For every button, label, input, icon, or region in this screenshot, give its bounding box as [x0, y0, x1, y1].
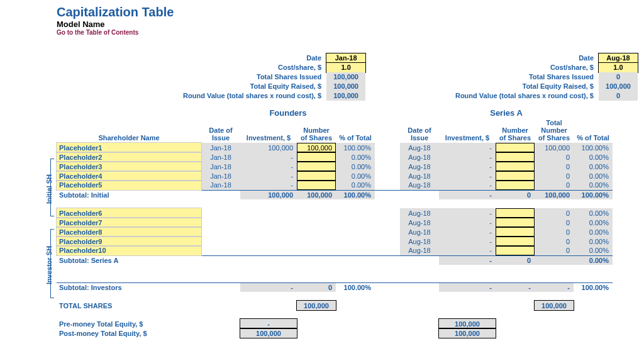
stat-label-date: Date — [391, 53, 599, 63]
shareholder-name-input[interactable]: Placeholder5 — [57, 181, 201, 190]
pre-money-f: - — [240, 319, 297, 328]
col-a-inv: Investment, $ — [439, 118, 496, 143]
stat-label-cost: Cost/share, $ — [391, 63, 599, 72]
stat-label-date: Date — [57, 53, 326, 63]
column-head-row: Shareholder Name Date of Issue Investmen… — [57, 118, 613, 143]
subtotal-a-inv: - — [439, 190, 496, 199]
f-date: Jan-18 — [201, 143, 240, 152]
si-f-num: 0 — [297, 282, 336, 292]
a-date: Aug-18 — [400, 162, 439, 171]
col-f-date: Date of Issue — [201, 118, 240, 143]
a-date: Aug-18 — [400, 227, 439, 237]
stat-label-shares: Total Shares Issued — [57, 72, 326, 82]
seriesa-cost-input[interactable]: 1.0 — [599, 63, 638, 72]
f-inv: - — [240, 171, 297, 181]
f-num-input[interactable] — [297, 162, 336, 171]
subtotal-a-num: 0 — [496, 190, 535, 199]
page-title: Capitalization Table — [57, 5, 638, 20]
si-a-inv: - — [439, 282, 496, 292]
shareholder-name-input[interactable]: Placeholder6 — [57, 208, 201, 218]
shareholder-name-input[interactable]: Placeholder7 — [57, 218, 201, 227]
cap-table: Founders Series A Shareholder Name Date … — [57, 108, 613, 338]
subtotal-initial-row: Subtotal: Initial 100,000 100,000 100.00… — [57, 190, 613, 199]
a-pct: 0.00% — [574, 152, 613, 162]
f-date: Jan-18 — [201, 162, 240, 171]
a-tnum: 0 — [535, 181, 574, 190]
a-num-input[interactable] — [496, 171, 535, 181]
founders-stats: DateJan-18 Cost/share, $1.0 Total Shares… — [57, 53, 365, 101]
a-num-input[interactable] — [496, 237, 535, 246]
subtotal-seriesa-row: Subtotal: Series A - 0 0.00% — [57, 255, 613, 265]
a-pct: 100.00% — [574, 143, 613, 152]
si-a-pct: 100.00% — [574, 282, 613, 292]
post-money-label: Post-money Total Equity, $ — [57, 328, 201, 338]
total-shares-f: 100,000 — [297, 301, 336, 310]
f-inv: - — [240, 181, 297, 190]
f-num-input[interactable] — [297, 171, 336, 181]
f-num-input[interactable] — [297, 152, 336, 162]
col-name: Shareholder Name — [57, 118, 201, 143]
a-tnum: 0 — [535, 237, 574, 246]
a-tnum: 100,000 — [535, 143, 574, 152]
col-a-tnum: Total Number of Shares — [535, 118, 574, 143]
a-num-input[interactable] — [496, 227, 535, 237]
a-num-input[interactable] — [496, 152, 535, 162]
a-pct: 0.00% — [574, 162, 613, 171]
f-inv: - — [240, 162, 297, 171]
founders-date-input[interactable]: Jan-18 — [326, 53, 365, 63]
a-date: Aug-18 — [400, 152, 439, 162]
a-tnum: 0 — [535, 227, 574, 237]
subtotal-a-pct: 100.00% — [574, 190, 613, 199]
section-head-row: Founders Series A — [57, 108, 613, 118]
a-date: Aug-18 — [400, 246, 439, 255]
seriesa-date-input[interactable]: Aug-18 — [599, 53, 638, 63]
founders-cost-input[interactable]: 1.0 — [326, 63, 365, 72]
si-a-tnum: - — [535, 282, 574, 292]
a-pct: 0.00% — [574, 208, 613, 218]
seriesa-equity-value: 100,000 — [599, 82, 638, 91]
a-pct: 0.00% — [574, 246, 613, 255]
a-num-input[interactable] — [496, 208, 535, 218]
post-money-row: Post-money Total Equity, $ 100,000 100,0… — [57, 328, 613, 338]
a-inv: - — [439, 181, 496, 190]
a-pct: 0.00% — [574, 237, 613, 246]
subtotal-seriesa-label: Subtotal: Series A — [57, 255, 201, 265]
si-f-inv: - — [240, 282, 297, 292]
a-pct: 0.00% — [574, 227, 613, 237]
a-date: Aug-18 — [400, 208, 439, 218]
a-num-input[interactable] — [496, 162, 535, 171]
row-group-labels: Initial SH Investor SH — [6, 108, 57, 338]
table-row: Placeholder8Aug-18-00.00% — [57, 227, 613, 237]
shareholder-name-input[interactable]: Placeholder2 — [57, 152, 201, 162]
shareholder-name-input[interactable]: Placeholder9 — [57, 237, 201, 246]
subtotal-initial-label: Subtotal: Initial — [57, 190, 201, 199]
a-date: Aug-18 — [400, 218, 439, 227]
a-num-input[interactable] — [496, 218, 535, 227]
shareholder-name-input[interactable]: Placeholder4 — [57, 171, 201, 181]
bracket-initial — [50, 159, 54, 216]
cap-table-area: Initial SH Investor SH Founders Series A… — [6, 108, 638, 338]
toc-link[interactable]: Go to the Table of Contents — [57, 29, 638, 36]
shareholder-name-input[interactable]: Placeholder1 — [57, 143, 201, 152]
a-num-input[interactable] — [496, 246, 535, 255]
a-num-input[interactable] — [496, 181, 535, 190]
total-shares-a: 100,000 — [535, 301, 574, 310]
a-date: Aug-18 — [400, 181, 439, 190]
si-f-pct: 100.00% — [336, 282, 375, 292]
f-num-input[interactable] — [297, 181, 336, 190]
a-num-input[interactable] — [496, 143, 535, 152]
table-row: Placeholder1Jan-18100,000100,000100.00%A… — [57, 143, 613, 152]
a-date: Aug-18 — [400, 237, 439, 246]
f-num-input[interactable]: 100,000 — [297, 143, 336, 152]
subtotal-sa-inv: - — [439, 255, 496, 265]
a-inv: - — [439, 143, 496, 152]
seriesa-shares-value: 0 — [599, 72, 638, 82]
col-f-inv: Investment, $ — [240, 118, 297, 143]
shareholder-name-input[interactable]: Placeholder10 — [57, 246, 201, 255]
founders-section-head: Founders — [201, 108, 375, 118]
seriesa-stats: DateAug-18 Cost/share, $1.0 Total Shares… — [391, 53, 638, 101]
shareholder-name-input[interactable]: Placeholder8 — [57, 227, 201, 237]
si-a-num: - — [496, 282, 535, 292]
shareholder-name-input[interactable]: Placeholder3 — [57, 162, 201, 171]
f-pct: 0.00% — [336, 152, 375, 162]
